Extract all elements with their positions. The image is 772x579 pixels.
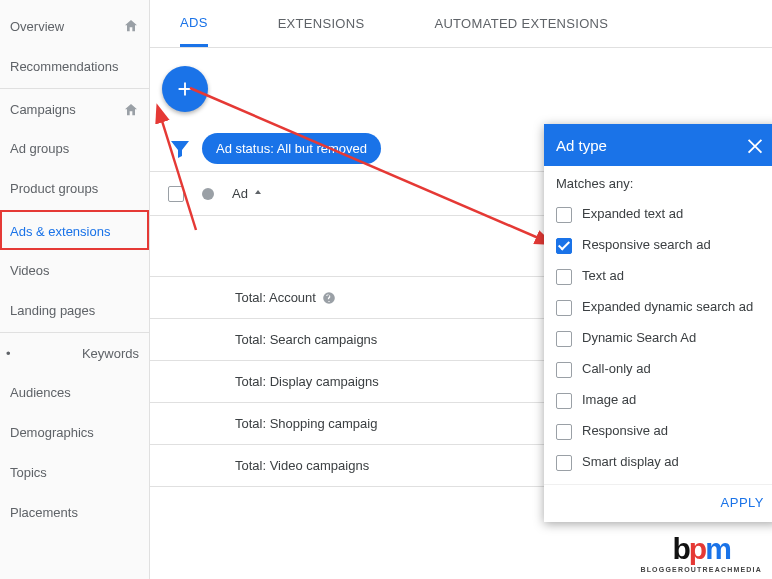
sidebar-item-label: Placements (10, 505, 78, 520)
sidebar-item-label: Product groups (10, 181, 98, 196)
filter-option-label: Smart display ad (582, 454, 679, 469)
filter-option-expanded-dynamic-search-ad[interactable]: Expanded dynamic search ad (556, 292, 766, 323)
filter-option-label: Text ad (582, 268, 624, 283)
main-content: ADSEXTENSIONSAUTOMATED EXTENSIONS Ad sta… (150, 0, 772, 579)
filter-option-responsive-ad[interactable]: Responsive ad (556, 416, 766, 447)
filter-chip-ad-status[interactable]: Ad status: All but removed (202, 133, 381, 164)
checkbox[interactable] (556, 331, 572, 347)
sidebar-item-label: Overview (10, 19, 64, 34)
total-row-label: Total: Display campaigns (235, 374, 379, 389)
watermark-logo: bpm BLOGGEROUTREACHMEDIA (640, 532, 762, 573)
filter-option-image-ad[interactable]: Image ad (556, 385, 766, 416)
ad-type-filter-popup: Ad type Matches any: Expanded text adRes… (544, 124, 772, 522)
sidebar-item-landing-pages[interactable]: Landing pages (0, 290, 149, 330)
sidebar-item-label: Demographics (10, 425, 94, 440)
home-icon (123, 18, 139, 34)
sidebar-item-product-groups[interactable]: Product groups (0, 168, 149, 208)
watermark-logo-subtitle: BLOGGEROUTREACHMEDIA (640, 566, 762, 573)
filter-option-smart-display-ad[interactable]: Smart display ad (556, 447, 766, 478)
column-header-ad-label: Ad (232, 186, 248, 201)
checkbox[interactable] (556, 393, 572, 409)
popup-title: Ad type (556, 137, 607, 154)
sidebar-item-videos[interactable]: Videos (0, 250, 149, 290)
apply-button[interactable]: APPLY (721, 495, 764, 510)
sidebar-item-overview[interactable]: Overview (0, 6, 149, 46)
checkbox[interactable] (556, 269, 572, 285)
checkbox[interactable] (556, 455, 572, 471)
filter-option-call-only-ad[interactable]: Call-only ad (556, 354, 766, 385)
popup-footer: APPLY (544, 484, 772, 522)
sidebar-item-label: Recommendations (10, 59, 118, 74)
filter-option-text-ad[interactable]: Text ad (556, 261, 766, 292)
filter-option-responsive-search-ad[interactable]: Responsive search ad (556, 230, 766, 261)
tabs-bar: ADSEXTENSIONSAUTOMATED EXTENSIONS (150, 0, 772, 48)
filter-option-label: Image ad (582, 392, 636, 407)
total-row-label: Total: Shopping campaig (235, 416, 377, 431)
sidebar-item-topics[interactable]: Topics (0, 452, 149, 492)
total-row-label: Total: Video campaigns (235, 458, 369, 473)
sidebar-item-label: Keywords (82, 346, 139, 361)
sidebar-item-ad-groups[interactable]: Ad groups (0, 128, 149, 168)
sidebar-item-placements[interactable]: Placements (0, 492, 149, 532)
checkbox[interactable] (556, 424, 572, 440)
popup-header: Ad type (544, 124, 772, 166)
total-row-label: Total: Search campaigns (235, 332, 377, 347)
sidebar-item-label: Ads & extensions (10, 224, 110, 239)
sidebar-item-label: Topics (10, 465, 47, 480)
checkbox[interactable] (556, 238, 572, 254)
matches-any-label: Matches any: (556, 176, 766, 191)
help-icon[interactable] (322, 291, 336, 305)
sidebar-item-label: Audiences (10, 385, 71, 400)
sidebar-item-ads-extensions[interactable]: Ads & extensions (0, 210, 149, 250)
sidebar-item-recommendations[interactable]: Recommendations (0, 46, 149, 86)
sidebar-item-keywords[interactable]: Keywords (0, 332, 149, 372)
close-icon (744, 134, 766, 156)
total-row-label: Total: Account (235, 290, 316, 305)
column-header-ad[interactable]: Ad (232, 186, 264, 201)
sidebar-item-label: Ad groups (10, 141, 69, 156)
filter-option-expanded-text-ad[interactable]: Expanded text ad (556, 199, 766, 230)
sidebar: OverviewRecommendationsCampaignsAd group… (0, 0, 150, 579)
checkbox[interactable] (556, 207, 572, 223)
sidebar-item-label: Videos (10, 263, 50, 278)
sidebar-item-audiences[interactable]: Audiences (0, 372, 149, 412)
filter-option-dynamic-search-ad[interactable]: Dynamic Search Ad (556, 323, 766, 354)
popup-body: Matches any: Expanded text adResponsive … (544, 166, 772, 484)
filter-icon[interactable] (168, 137, 192, 161)
select-all-checkbox[interactable] (168, 186, 184, 202)
checkbox[interactable] (556, 362, 572, 378)
close-button[interactable] (744, 134, 766, 156)
tab-automated-extensions[interactable]: AUTOMATED EXTENSIONS (434, 0, 608, 47)
checkbox[interactable] (556, 300, 572, 316)
filter-option-label: Responsive search ad (582, 237, 711, 252)
sidebar-item-campaigns[interactable]: Campaigns (0, 88, 149, 128)
sidebar-item-label: Campaigns (10, 102, 76, 117)
watermark-logo-text: bpm (673, 532, 730, 566)
sidebar-item-label: Landing pages (10, 303, 95, 318)
filter-option-label: Responsive ad (582, 423, 668, 438)
filter-option-label: Call-only ad (582, 361, 651, 376)
status-column-icon (202, 188, 214, 200)
sidebar-item-demographics[interactable]: Demographics (0, 412, 149, 452)
tab-extensions[interactable]: EXTENSIONS (278, 0, 365, 47)
tab-ads[interactable]: ADS (180, 0, 208, 47)
filter-option-label: Expanded dynamic search ad (582, 299, 753, 314)
sort-asc-icon (252, 188, 264, 200)
filter-option-label: Expanded text ad (582, 206, 683, 221)
plus-icon (174, 78, 196, 100)
home-icon (123, 102, 139, 118)
create-ad-fab[interactable] (162, 66, 208, 112)
filter-option-label: Dynamic Search Ad (582, 330, 696, 345)
